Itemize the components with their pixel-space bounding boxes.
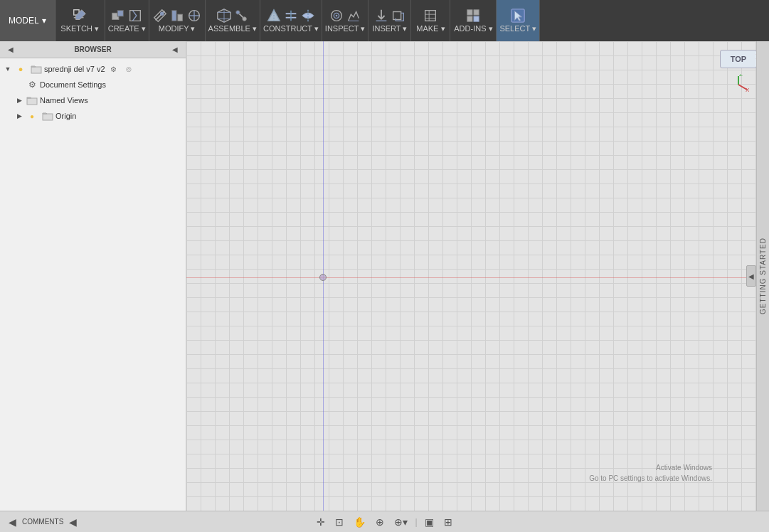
modify-icon2 xyxy=(169,8,185,23)
status-fit-btn[interactable]: ⊡ xyxy=(332,515,346,529)
tree-toggle-origin[interactable]: ▶ xyxy=(14,111,24,121)
inspect-label: INSPECT ▾ xyxy=(325,24,366,33)
svg-rect-28 xyxy=(467,10,472,15)
inspect-icon1 xyxy=(329,8,344,23)
assemble-icon2 xyxy=(233,8,249,23)
sketch-icon xyxy=(72,8,87,23)
svg-rect-24 xyxy=(425,11,436,21)
toolbar-addins-group[interactable]: ADD-INS ▾ xyxy=(450,0,497,41)
toolbar-create-group[interactable]: CREATE ▾ xyxy=(105,0,149,41)
insert-icon2 xyxy=(391,8,406,23)
view-top-button[interactable]: TOP xyxy=(720,50,757,68)
svg-rect-29 xyxy=(474,10,479,15)
browser-panel: ◀ BROWSER ◀ ▼ ● sprednji del v7 v2 xyxy=(0,41,186,511)
status-center-tools: ✛ ⊡ ✋ ⊕ ⊕▾ | ▣ ⊞ xyxy=(314,515,455,529)
collapse-handle[interactable]: ◀ xyxy=(746,265,756,287)
tree-settings-icon[interactable]: ⚙ xyxy=(108,63,120,75)
toolbar-sketch-group[interactable]: SKETCH ▾ xyxy=(55,0,105,41)
browser-title: BROWSER xyxy=(74,46,111,53)
tree-folder-icon xyxy=(31,63,42,75)
select-icons xyxy=(510,8,526,23)
browser-nav: ◀ xyxy=(6,45,16,54)
browser-header: ◀ BROWSER ◀ xyxy=(0,41,186,58)
construct-label: CONSTRUCT ▾ xyxy=(263,24,319,33)
collapse-icon: ◀ xyxy=(748,272,754,280)
toolbar-insert-group[interactable]: INSERT ▾ xyxy=(368,0,411,41)
svg-rect-33 xyxy=(31,67,41,73)
status-hand-btn[interactable]: ✋ xyxy=(351,515,368,529)
status-display1-btn[interactable]: ▣ xyxy=(422,515,437,529)
tree-toggle-named-views[interactable]: ▶ xyxy=(14,95,24,105)
axis-horizontal xyxy=(186,277,769,278)
browser-tree: ▼ ● sprednji del v7 v2 ⚙ ◎ ⚙ Document Se… xyxy=(0,58,186,511)
modify-icon3 xyxy=(186,8,202,23)
main-area: ◀ BROWSER ◀ ▼ ● sprednji del v7 v2 xyxy=(0,41,769,511)
create-icon1 xyxy=(110,8,126,23)
status-zoom-btn[interactable]: ⊕ xyxy=(373,515,387,529)
modify-icon1 xyxy=(152,8,168,23)
assemble-icons xyxy=(216,8,249,23)
addins-icons xyxy=(465,8,481,23)
browser-back-btn[interactable]: ◀ xyxy=(6,45,16,54)
getting-started-panel[interactable]: GETTING STARTED xyxy=(756,41,769,511)
tree-item-named-views[interactable]: ▶ Named Views xyxy=(0,92,186,108)
modify-label: MODIFY ▾ xyxy=(159,24,196,33)
svg-point-20 xyxy=(336,15,338,17)
svg-rect-30 xyxy=(467,16,472,21)
svg-rect-35 xyxy=(43,114,53,120)
assemble-icon1 xyxy=(216,8,232,23)
model-menu-button[interactable]: MODEL ▾ xyxy=(0,0,55,41)
create-label: CREATE ▾ xyxy=(108,24,146,33)
tree-named-views-icon xyxy=(26,95,38,106)
toolbar-assemble-group[interactable]: ASSEMBLE ▾ xyxy=(206,0,260,41)
create-icon2 xyxy=(127,8,143,23)
tree-named-views-label: Named Views xyxy=(40,96,88,105)
origin-dot xyxy=(319,274,327,281)
tree-origin-folder-icon xyxy=(42,110,53,122)
toolbar-make-group[interactable]: MAKE ▾ xyxy=(411,0,450,41)
create-icons xyxy=(110,8,143,23)
construct-icons xyxy=(266,8,316,23)
status-bar: ◀ COMMENTS ◀ ✛ ⊡ ✋ ⊕ ⊕▾ | ▣ ⊞ xyxy=(0,511,769,532)
model-label: MODEL xyxy=(9,16,39,26)
svg-rect-31 xyxy=(474,16,479,21)
svg-rect-5 xyxy=(171,11,176,21)
svg-point-4 xyxy=(160,12,164,16)
comments-expand-btn[interactable]: ◀ xyxy=(6,515,19,529)
tree-eye-icon: ● xyxy=(15,63,26,75)
tree-item-origin[interactable]: ▶ ● Origin xyxy=(0,108,186,124)
svg-rect-6 xyxy=(177,14,181,21)
insert-icon1 xyxy=(373,8,389,23)
tree-visibility-icon[interactable]: ◎ xyxy=(123,63,134,75)
tree-item-root[interactable]: ▼ ● sprednji del v7 v2 ⚙ ◎ xyxy=(0,61,186,77)
toolbar-select-group[interactable]: SELECT ▾ xyxy=(497,0,540,41)
tree-root-label: sprednji del v7 v2 xyxy=(44,65,105,73)
make-icon1 xyxy=(423,8,438,23)
toolbar-inspect-group[interactable]: INSPECT ▾ xyxy=(322,0,369,41)
status-zoom-menu-btn[interactable]: ⊕▾ xyxy=(391,515,410,529)
browser-expand-btn[interactable]: ◀ xyxy=(170,45,180,54)
comments-label: COMMENTS xyxy=(22,518,63,526)
tree-toggle-root[interactable]: ▼ xyxy=(3,64,13,74)
construct-icon2 xyxy=(283,8,299,23)
status-separator: | xyxy=(415,517,417,527)
status-display2-btn[interactable]: ⊞ xyxy=(441,515,455,529)
svg-text:X: X xyxy=(746,87,749,93)
tree-origin-eye-icon: ● xyxy=(26,110,38,122)
modify-icons xyxy=(152,8,202,23)
svg-rect-34 xyxy=(27,98,37,105)
activate-watermark: Activate Windows Go to PC settings to ac… xyxy=(589,462,712,484)
status-pan-btn[interactable]: ✛ xyxy=(314,515,328,529)
construct-icon1 xyxy=(266,8,282,23)
toolbar-construct-group[interactable]: CONSTRUCT ▾ xyxy=(260,0,322,41)
inspect-icons xyxy=(329,8,361,23)
assemble-label: ASSEMBLE ▾ xyxy=(208,24,257,33)
select-label: SELECT ▾ xyxy=(499,24,536,33)
svg-rect-23 xyxy=(393,12,401,20)
tree-origin-label: Origin xyxy=(55,112,76,120)
toolbar-modify-group[interactable]: MODIFY ▾ xyxy=(149,0,206,41)
model-arrow: ▾ xyxy=(42,16,46,26)
viewport[interactable]: ✕ TOP Z X Activate Windows Go to PC sett… xyxy=(186,41,769,511)
tree-item-doc-settings[interactable]: ⚙ Document Settings xyxy=(0,77,186,92)
comments-toggle-btn[interactable]: ◀ xyxy=(66,515,80,529)
